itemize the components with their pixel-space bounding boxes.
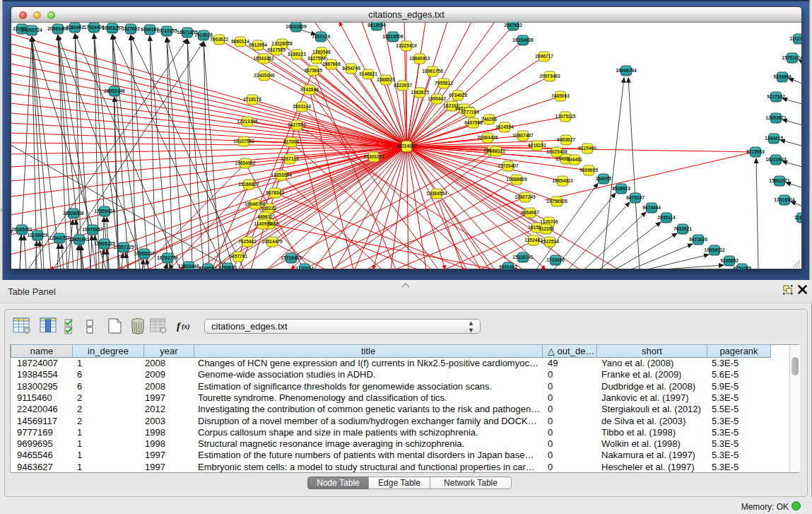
svg-text:1733426: 1733426 [546,257,565,262]
svg-text:15692971: 15692971 [769,178,790,183]
svg-text:2803144: 2803144 [293,104,311,109]
svg-text:7986322: 7986322 [487,148,505,153]
svg-text:13353594: 13353594 [271,173,292,177]
svg-text:9146821: 9146821 [359,71,377,76]
svg-text:16648784: 16648784 [616,68,637,73]
svg-text:9691462: 9691462 [499,264,517,269]
svg-text:15716485: 15716485 [281,255,302,260]
svg-text:9899695: 9899695 [579,168,598,173]
svg-text:7955812: 7955812 [435,81,453,86]
svg-text:19384554: 19384554 [426,191,447,196]
svg-text:f: f [177,320,182,332]
svg-text:8322037: 8322037 [394,83,412,88]
svg-text:6734028: 6734028 [449,93,467,98]
svg-text:19218506: 19218506 [382,34,404,39]
svg-text:10958107: 10958107 [134,251,155,256]
svg-text:8912954: 8912954 [249,42,267,47]
svg-text:6497568: 6497568 [464,120,483,125]
svg-text:1120746: 1120746 [540,219,558,224]
svg-text:19756928: 19756928 [546,199,567,204]
svg-text:16543362: 16543362 [253,56,274,61]
svg-text:1362615: 1362615 [411,90,429,95]
svg-text:8813054: 8813054 [367,23,386,28]
svg-text:26053346: 26053346 [104,88,125,93]
svg-text:3267110: 3267110 [281,156,299,161]
svg-text:7625402: 7625402 [238,239,257,244]
svg-text:7632621: 7632621 [673,226,692,231]
svg-text:1990443: 1990443 [428,96,446,101]
svg-text:3675685: 3675685 [304,68,322,73]
svg-text:8790633: 8790633 [218,265,237,269]
svg-text:16782759: 16782759 [157,255,178,260]
svg-text:9327505: 9327505 [267,47,286,52]
svg-text:16961758: 16961758 [422,69,443,74]
svg-text:9329966: 9329966 [773,74,792,79]
svg-text:9084067: 9084067 [521,210,539,215]
svg-text:8427552: 8427552 [288,122,306,127]
svg-text:20973493: 20973493 [539,74,560,78]
svg-text:8938923: 8938923 [612,186,630,191]
svg-text:12342757: 12342757 [49,235,70,240]
svg-text:116753: 116753 [794,215,801,220]
svg-text:10653257: 10653257 [102,25,123,30]
svg-text:15136141: 15136141 [512,255,534,259]
svg-text:7663822: 7663822 [210,37,228,42]
svg-text:(x): (x) [182,322,190,331]
svg-text:24055724: 24055724 [21,28,42,33]
svg-text:11156829: 11156829 [28,233,48,238]
svg-text:6216151: 6216151 [528,143,546,148]
svg-text:17359924: 17359924 [94,209,115,214]
svg-text:10107552: 10107552 [233,139,254,144]
svg-text:12823448: 12823448 [178,264,199,269]
svg-text:1527602: 1527602 [122,26,140,31]
svg-text:1244415: 1244415 [765,136,783,141]
svg-text:16210643: 16210643 [765,157,787,162]
svg-text:9474444: 9474444 [642,205,661,210]
svg-text:6479197: 6479197 [626,195,645,200]
svg-text:8660124: 8660124 [231,39,249,44]
svg-text:10975857: 10975857 [82,227,103,232]
svg-text:13325419: 13325419 [396,43,417,48]
svg-text:9227342: 9227342 [767,94,785,99]
svg-text:449612: 449612 [257,214,273,219]
svg-text:9457791: 9457791 [229,254,247,259]
svg-text:9115460: 9115460 [578,146,596,151]
svg-text:16654923: 16654923 [552,178,573,183]
svg-text:2867608: 2867608 [322,62,341,66]
svg-text:26165061: 26165061 [11,227,33,232]
svg-text:16046796: 16046796 [245,201,266,206]
svg-text:18640910: 18640910 [409,56,430,61]
svg-text:17016504: 17016504 [774,197,795,202]
svg-text:2087682: 2087682 [504,23,522,28]
svg-text:15751074: 15751074 [782,55,801,60]
svg-text:12905135: 12905135 [94,241,115,246]
svg-text:10807487: 10807487 [512,133,534,138]
svg-text:15720407: 15720407 [498,163,519,168]
svg-text:912358: 912358 [539,226,554,231]
svg-text:1140993: 1140993 [254,221,272,226]
svg-text:22420046: 22420046 [254,73,275,78]
svg-text:9246502: 9246502 [199,266,217,269]
svg-text:1588520: 1588520 [377,77,395,82]
svg-text:7357224: 7357224 [312,34,330,39]
svg-text:8678342: 8678342 [266,190,284,195]
svg-text:2935114: 2935114 [657,215,676,220]
svg-text:25300293: 25300293 [363,154,384,159]
svg-text:12975115: 12975115 [555,114,576,119]
svg-text:10719155: 10719155 [156,28,177,33]
svg-text:17957225: 17957225 [113,245,134,250]
svg-text:12093871: 12093871 [765,115,787,120]
svg-text:16033809: 16033809 [286,24,307,29]
svg-text:9245652: 9245652 [720,258,739,263]
svg-text:817004: 817004 [283,139,299,144]
svg-text:9242848: 9242848 [300,87,319,92]
svg-text:20206536: 20206536 [63,211,84,216]
svg-text:12213346: 12213346 [237,119,258,124]
svg-text:2718176: 2718176 [243,97,261,102]
svg-text:19166827: 19166827 [238,182,259,187]
svg-text:9327504: 9327504 [307,56,326,61]
svg-text:9280402: 9280402 [66,25,84,30]
svg-text:11451941: 11451941 [69,237,90,242]
svg-text:9463627: 9463627 [557,137,575,142]
svg-text:20364436: 20364436 [477,135,498,140]
